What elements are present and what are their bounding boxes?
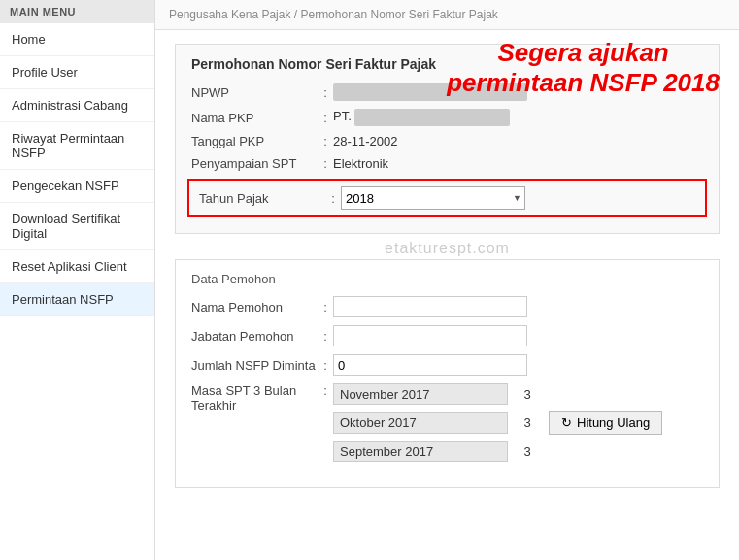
hitung-ulang-label: Hitung Ulang bbox=[577, 415, 650, 430]
refresh-icon: ↻ bbox=[561, 415, 572, 430]
jabatan-pemohon-value bbox=[333, 325, 703, 346]
npwp-value bbox=[333, 83, 703, 101]
spt-november-row: 3 bbox=[333, 383, 703, 405]
sidebar-item-profile-user[interactable]: Profile User bbox=[0, 56, 154, 89]
masa-spt-row-1: Masa SPT 3 Bulan Terakhir : 3 3 ↻ Hit bbox=[191, 383, 703, 468]
sidebar-item-pengecekan[interactable]: Pengecekan NSFP bbox=[0, 170, 154, 203]
data-pemohon-section: Data Pemohon Nama Pemohon : Jabatan Pemo… bbox=[175, 259, 720, 488]
nama-pemohon-row: Nama Pemohon : bbox=[191, 296, 703, 317]
form-section: Permohonan Nomor Seri Faktur Pajak NPWP … bbox=[175, 44, 720, 234]
jabatan-pemohon-label: Jabatan Pemohon bbox=[191, 329, 318, 344]
spt-september-input[interactable] bbox=[333, 441, 508, 462]
jumlah-nsfp-label: Jumlah NSFP Diminta bbox=[191, 358, 318, 373]
sidebar-item-download[interactable]: Download Sertifikat Digital bbox=[0, 203, 154, 250]
tahun-pajak-row: Tahun Pajak : 2018 2017 2016 2015 bbox=[187, 179, 707, 217]
tanggal-pkp-row: Tanggal PKP : 28-11-2002 bbox=[191, 134, 703, 148]
sidebar-item-home[interactable]: Home bbox=[0, 23, 154, 56]
nama-pemohon-value bbox=[333, 296, 703, 317]
tahun-pajak-label: Tahun Pajak bbox=[199, 191, 325, 206]
masa-spt-values: 3 3 ↻ Hitung Ulang 3 bbox=[333, 383, 703, 468]
sidebar-item-permintaan[interactable]: Permintaan NSFP bbox=[0, 283, 154, 316]
jumlah-nsfp-input[interactable] bbox=[333, 354, 527, 376]
sidebar-item-riwayat[interactable]: Riwayat Permintaan NSFP bbox=[0, 122, 154, 170]
tahun-pajak-value: 2018 2017 2016 2015 bbox=[341, 186, 695, 210]
nama-pkp-row: Nama PKP : PT. bbox=[191, 109, 703, 126]
npwp-label: NPWP bbox=[191, 85, 318, 100]
spt-november-num: 3 bbox=[514, 387, 541, 402]
spt-oktober-row: 3 ↻ Hitung Ulang bbox=[333, 411, 703, 435]
nama-pemohon-label: Nama Pemohon bbox=[191, 300, 318, 314]
spt-september-num: 3 bbox=[514, 445, 541, 459]
data-pemohon-title: Data Pemohon bbox=[191, 272, 703, 286]
spt-oktober-num: 3 bbox=[514, 415, 541, 430]
penyampaian-spt-value: Elektronik bbox=[333, 156, 703, 171]
jumlah-nsfp-row: Jumlah NSFP Diminta : bbox=[191, 354, 703, 376]
jabatan-pemohon-input[interactable] bbox=[333, 325, 527, 346]
sidebar-item-reset[interactable]: Reset Aplikasi Client bbox=[0, 250, 154, 283]
sidebar-item-administrasi[interactable]: Administrasi Cabang bbox=[0, 89, 154, 122]
breadcrumb-part2: Permohonan Nomor Seri Faktur Pajak bbox=[300, 8, 497, 21]
tahun-pajak-select-wrapper[interactable]: 2018 2017 2016 2015 bbox=[341, 186, 525, 210]
tanggal-pkp-label: Tanggal PKP bbox=[191, 134, 318, 148]
masa-spt-label: Masa SPT 3 Bulan Terakhir bbox=[191, 383, 318, 412]
breadcrumb-part1: Pengusaha Kena Pajak bbox=[169, 8, 290, 21]
main-content: Pengusaha Kena Pajak / Permohonan Nomor … bbox=[155, 0, 739, 560]
tahun-pajak-select[interactable]: 2018 2017 2016 2015 bbox=[341, 186, 525, 210]
spt-oktober-input[interactable] bbox=[333, 412, 508, 434]
npwp-row: NPWP : bbox=[191, 83, 703, 101]
spt-november-input[interactable] bbox=[333, 383, 508, 405]
breadcrumb: Pengusaha Kena Pajak / Permohonan Nomor … bbox=[155, 0, 739, 30]
sidebar: MAIN MENU Home Profile User Administrasi… bbox=[0, 0, 155, 560]
penyampaian-spt-row: Penyampaian SPT : Elektronik bbox=[191, 156, 703, 171]
jumlah-nsfp-value bbox=[333, 354, 703, 376]
hitung-ulang-button[interactable]: ↻ Hitung Ulang bbox=[549, 411, 662, 435]
penyampaian-spt-label: Penyampaian SPT bbox=[191, 156, 318, 171]
form-section-title: Permohonan Nomor Seri Faktur Pajak bbox=[191, 56, 703, 72]
watermark: etakturespt.com bbox=[175, 234, 720, 259]
jabatan-pemohon-row: Jabatan Pemohon : bbox=[191, 325, 703, 346]
nama-pemohon-input[interactable] bbox=[333, 296, 527, 317]
content-area: Segera ajukan permintaan NSFP 2018 Permo… bbox=[155, 30, 739, 560]
nama-pkp-label: Nama PKP bbox=[191, 111, 318, 125]
nama-pkp-value: PT. bbox=[333, 109, 703, 126]
sidebar-title: MAIN MENU bbox=[0, 0, 154, 23]
tanggal-pkp-value: 28-11-2002 bbox=[333, 134, 703, 148]
spt-september-row: 3 bbox=[333, 441, 703, 462]
